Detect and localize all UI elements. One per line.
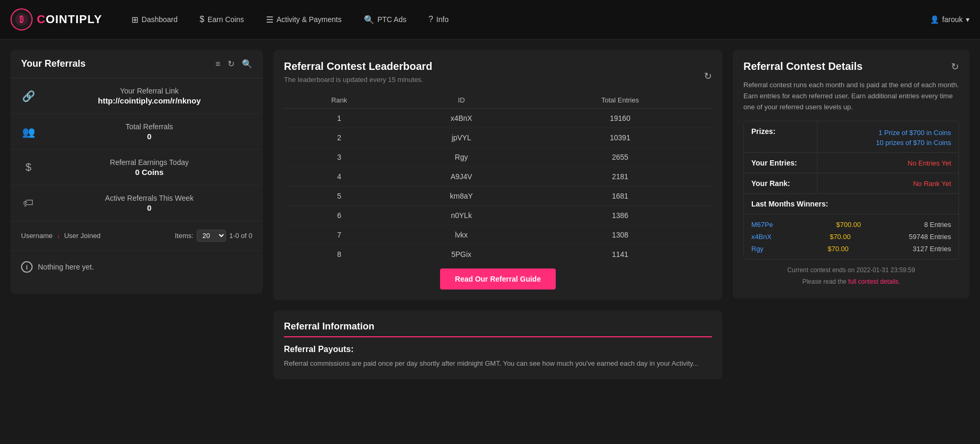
col-joined: User Joined xyxy=(64,232,100,240)
rank-label: Your Rank: xyxy=(744,173,818,193)
filter-icon[interactable]: ≡ xyxy=(216,59,220,69)
earnings-today-stat: $ Referral Earnings Today 0 Coins xyxy=(11,150,263,185)
nav-info[interactable]: ? Info xyxy=(420,11,457,28)
referral-payouts-title: Referral Payouts: xyxy=(284,345,712,354)
last-winners-label: Last Months Winners: xyxy=(744,194,958,214)
rank-cell: 7 xyxy=(284,225,394,245)
user-icon: 👤 xyxy=(930,15,939,24)
right-panel: Referral Contest Details ↻ Referral cont… xyxy=(733,50,969,298)
nav-dashboard[interactable]: ⊞ Dashboard xyxy=(123,11,186,29)
rank-cell: 5 xyxy=(284,187,394,206)
dollar-coin-icon: $ xyxy=(21,161,36,173)
winner-entries: 59748 Entries xyxy=(909,233,951,241)
read-referral-guide-button[interactable]: Read Our Referral Guide xyxy=(440,269,555,290)
entries-cell: 1141 xyxy=(528,245,712,261)
panel-title: Your Referrals xyxy=(21,58,86,69)
winner-row: x4BnX $70.00 59748 Entries xyxy=(751,231,951,243)
contest-footer: Current contest ends on 2022-01-31 23:59… xyxy=(743,265,959,287)
link-icon: 🔗 xyxy=(21,90,36,102)
main-content: Your Referrals ≡ ↻ 🔍 🔗 Your Referral Lin… xyxy=(0,39,980,390)
stat-content-active: Active Referrals This Week 0 xyxy=(46,194,252,212)
entries-value: No Entries Yet xyxy=(818,153,958,173)
nav-activity-payments[interactable]: ☰ Activity & Payments xyxy=(258,11,350,29)
panel-icons: ≡ ↻ 🔍 xyxy=(216,59,252,69)
rank-cell: 3 xyxy=(284,148,394,167)
leaderboard-table: Rank ID Total Entries 1 x4BnX 19160 2 jp… xyxy=(284,92,712,260)
rank-cell: 4 xyxy=(284,167,394,187)
winner-entries: 3127 Entries xyxy=(913,245,951,253)
winner-row: M67Pe $700.00 8 Entries xyxy=(751,219,951,231)
last-winners-section: Last Months Winners: M67Pe $700.00 8 Ent… xyxy=(744,194,958,259)
entries-cell: 19160 xyxy=(528,109,712,128)
page-range: 1-0 of 0 xyxy=(229,232,252,240)
table-row: 7 lvkx 1308 xyxy=(284,225,712,245)
winners-list: M67Pe $700.00 8 Entries x4BnX $70.00 597… xyxy=(744,214,958,259)
winner-name: M67Pe xyxy=(751,221,773,229)
winner-amount: $70.00 xyxy=(830,233,851,241)
referral-info-divider xyxy=(284,336,712,337)
id-cell: lvkx xyxy=(394,225,528,245)
left-panel: Your Referrals ≡ ↻ 🔍 🔗 Your Referral Lin… xyxy=(11,50,263,294)
nav-links: ⊞ Dashboard $ Earn Coins ☰ Activity & Pa… xyxy=(123,11,930,29)
referral-payouts-text: Referral commissions are paid once per d… xyxy=(284,358,712,369)
winner-amount: $700.00 xyxy=(836,221,861,229)
entries-cell: 2655 xyxy=(528,148,712,167)
table-row: 1 x4BnX 19160 xyxy=(284,109,712,128)
prize-line-1: 1 Prize of $700 in Coins xyxy=(825,127,951,139)
logo[interactable]: ₿ COINTIPLY xyxy=(11,8,102,30)
table-row: 8 5PGix 1141 xyxy=(284,245,712,261)
contest-refresh-icon[interactable]: ↻ xyxy=(951,61,959,73)
svg-text:₿: ₿ xyxy=(19,15,24,24)
winner-entries: 8 Entries xyxy=(924,221,951,229)
column-headers: Username ↓ User Joined xyxy=(21,232,100,240)
rank-cell: 2 xyxy=(284,128,394,148)
contest-details-header: Referral Contest Details ↻ xyxy=(743,60,959,73)
tag-icon: 🏷 xyxy=(21,197,36,209)
nav-earn-coins[interactable]: $ Earn Coins xyxy=(191,11,252,28)
user-menu[interactable]: 👤 farouk ▾ xyxy=(930,15,969,24)
total-referrals-stat: 👥 Total Referrals 0 xyxy=(11,114,263,150)
leaderboard-subtitle: The leaderboard is updated every 15 minu… xyxy=(284,76,432,84)
panel-header: Your Referrals ≡ ↻ 🔍 xyxy=(11,50,263,78)
navbar: ₿ COINTIPLY ⊞ Dashboard $ Earn Coins ☰ A… xyxy=(0,0,980,39)
entries-cell: 2181 xyxy=(528,167,712,187)
search-icon: 🔍 xyxy=(364,15,374,25)
contest-footer-link-line: Please read the full contest details. xyxy=(743,276,959,288)
entries-cell: 1386 xyxy=(528,206,712,225)
table-row: 4 A9J4V 2181 xyxy=(284,167,712,187)
entries-cell: 1308 xyxy=(528,225,712,245)
leaderboard-header: Referral Contest Leaderboard The leaderb… xyxy=(284,60,712,92)
leaderboard-table-wrapper: Rank ID Total Entries 1 x4BnX 19160 2 jp… xyxy=(284,92,712,260)
items-select[interactable]: 20 50 100 xyxy=(197,230,226,242)
active-referrals-stat: 🏷 Active Referrals This Week 0 xyxy=(11,185,263,221)
id-cell: A9J4V xyxy=(394,167,528,187)
referral-link-stat: 🔗 Your Referral Link http://cointiply.co… xyxy=(11,78,263,114)
table-controls: Username ↓ User Joined Items: 20 50 100 … xyxy=(11,221,263,251)
rank-value: No Rank Yet xyxy=(818,173,958,193)
referral-info-title: Referral Information xyxy=(284,321,712,332)
leaderboard-refresh-icon[interactable]: ↻ xyxy=(704,70,712,82)
rank-cell: 1 xyxy=(284,109,394,128)
dollar-icon: $ xyxy=(200,15,205,24)
center-panel: Referral Contest Leaderboard The leaderb… xyxy=(273,50,722,379)
question-icon: ? xyxy=(428,15,433,24)
table-row: 2 jpVYL 10391 xyxy=(284,128,712,148)
leaderboard-card: Referral Contest Leaderboard The leaderb… xyxy=(273,50,722,300)
col-id: ID xyxy=(394,92,528,109)
search-icon-btn[interactable]: 🔍 xyxy=(242,59,252,69)
winner-name: Rgy xyxy=(751,245,763,253)
leaderboard-title: Referral Contest Leaderboard xyxy=(284,60,432,73)
entries-cell: 10391 xyxy=(528,128,712,148)
id-cell: x4BnX xyxy=(394,109,528,128)
dashboard-icon: ⊞ xyxy=(131,15,138,25)
full-contest-details-link[interactable]: full contest details. xyxy=(848,278,900,285)
contest-table: Prizes: 1 Prize of $700 in Coins 10 priz… xyxy=(743,121,959,260)
entries-label: Your Entries: xyxy=(744,153,818,173)
refresh-icon[interactable]: ↻ xyxy=(228,59,234,69)
contest-details-title: Referral Contest Details xyxy=(743,60,863,73)
nav-ptc-ads[interactable]: 🔍 PTC Ads xyxy=(355,11,415,29)
stat-content-total: Total Referrals 0 xyxy=(46,122,252,141)
items-per-page: Items: 20 50 100 1-0 of 0 xyxy=(175,230,253,242)
rank-cell: 6 xyxy=(284,206,394,225)
list-icon: ☰ xyxy=(266,15,273,25)
